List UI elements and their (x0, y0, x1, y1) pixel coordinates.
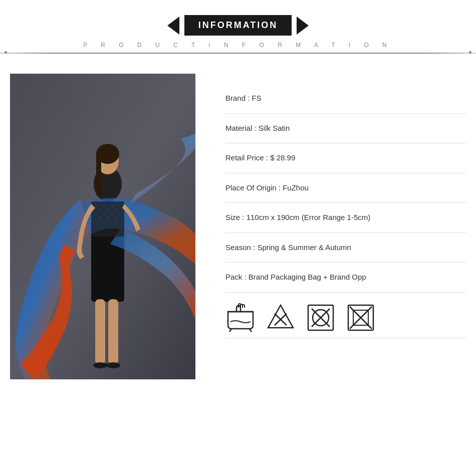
origin-label: Place Of Origin : FuZhou (225, 183, 309, 192)
svg-point-22 (115, 216, 117, 218)
price-label: Retail Price : $ 28.99 (225, 153, 295, 162)
svg-point-20 (111, 213, 113, 215)
divider-line (0, 53, 476, 54)
size-row: Size : 110cm x 190cm (Error Range 1-5cm) (225, 203, 466, 233)
svg-point-9 (106, 362, 120, 368)
price-row: Retail Price : $ 28.99 (225, 143, 466, 173)
info-banner: INFORMATION (167, 15, 309, 36)
product-info-subtitle: P R O D U C T I N F O R M A T I O N (83, 42, 393, 49)
banner-arrow-left-icon (167, 17, 179, 35)
svg-rect-6 (95, 299, 105, 364)
svg-point-8 (93, 362, 107, 368)
svg-rect-4 (96, 151, 101, 196)
material-label: Material : Silk Satin (225, 124, 290, 132)
svg-point-13 (103, 205, 105, 207)
no-tumble-dry-icon (306, 303, 336, 333)
svg-point-15 (111, 205, 113, 207)
header-section: INFORMATION P R O D U C T I N F O R M A … (0, 0, 476, 54)
no-iron-icon (346, 303, 376, 333)
svg-point-21 (115, 209, 117, 211)
banner-title: INFORMATION (184, 15, 292, 36)
svg-point-19 (107, 216, 109, 218)
svg-rect-7 (108, 299, 118, 364)
care-icons-row (225, 293, 466, 333)
svg-point-12 (99, 209, 101, 211)
main-content: Brand : FS Material : Silk Satin Retail … (0, 54, 476, 389)
brand-row: Brand : FS (225, 84, 466, 114)
material-row: Material : Silk Satin (225, 114, 466, 144)
pack-row: Pack : Brand Packaging Bag + Brand Opp (225, 263, 466, 293)
svg-line-24 (229, 329, 231, 332)
svg-line-25 (250, 329, 252, 332)
product-image (10, 74, 195, 379)
svg-point-11 (95, 205, 97, 207)
care-icons-divider (225, 338, 466, 338)
no-bleach-icon (266, 303, 296, 333)
svg-point-14 (107, 209, 109, 211)
season-label: Season : Spring & Summer & Autumn (225, 243, 351, 252)
banner-arrow-right-icon (297, 17, 309, 35)
season-row: Season : Spring & Summer & Autumn (225, 233, 466, 263)
pack-label: Pack : Brand Packaging Bag + Brand Opp (225, 273, 366, 281)
svg-point-17 (99, 216, 101, 218)
origin-row: Place Of Origin : FuZhou (225, 173, 466, 203)
hand-wash-icon (225, 303, 256, 333)
svg-point-18 (103, 213, 105, 215)
brand-label: Brand : FS (225, 94, 262, 102)
info-section: Brand : FS Material : Silk Satin Retail … (225, 74, 466, 338)
size-label: Size : 110cm x 190cm (Error Range 1-5cm) (225, 213, 370, 221)
product-image-container (10, 74, 195, 379)
svg-point-16 (95, 213, 97, 215)
